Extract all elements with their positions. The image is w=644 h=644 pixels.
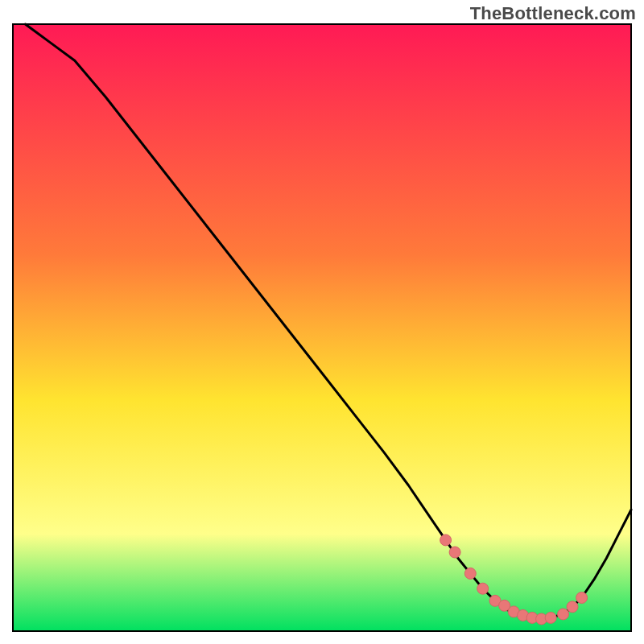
highlight-marker bbox=[558, 609, 569, 620]
watermark-text: TheBottleneck.com bbox=[470, 3, 636, 24]
highlight-marker bbox=[464, 568, 476, 579]
highlight-marker bbox=[449, 547, 460, 558]
plot-background bbox=[13, 24, 631, 631]
highlight-marker bbox=[440, 535, 452, 546]
highlight-marker bbox=[576, 592, 588, 604]
highlight-marker bbox=[477, 583, 489, 594]
chart-container: TheBottleneck.com bbox=[0, 0, 644, 644]
highlight-marker bbox=[545, 612, 556, 623]
highlight-marker bbox=[567, 601, 578, 613]
bottleneck-chart bbox=[0, 0, 644, 644]
